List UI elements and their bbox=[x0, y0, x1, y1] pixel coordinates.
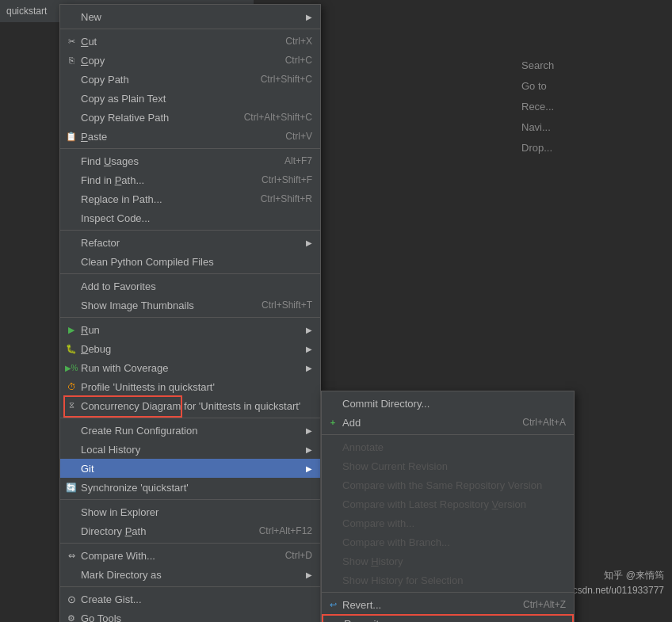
menu-item-create-run[interactable]: Create Run Configuration ▶ bbox=[60, 421, 320, 440]
git-menu-show-history: Show History bbox=[322, 551, 574, 570]
git-menu-compare-with: Compare with... bbox=[322, 513, 574, 532]
git-menu-revert[interactable]: ↩ Revert... Ctrl+Alt+Z bbox=[322, 595, 574, 614]
compare-same-label: Compare with the Same Repository Version bbox=[342, 479, 542, 491]
git-menu-show-history-sel: Show History for Selection bbox=[322, 570, 574, 590]
menu-item-local-history[interactable]: Local History ▶ bbox=[60, 440, 320, 459]
debug-arrow: ▶ bbox=[306, 345, 312, 353]
git-menu-compare-branch: Compare with Branch... bbox=[322, 532, 574, 551]
dir-path-label: Directory Path bbox=[81, 525, 146, 537]
right-panel-drop: Drop... bbox=[521, 138, 664, 158]
menu-item-copy-path[interactable]: Copy Path Ctrl+Shift+C bbox=[60, 70, 320, 89]
add-label: Add bbox=[342, 417, 361, 429]
menu-item-paste[interactable]: 📋 Paste Ctrl+V bbox=[60, 127, 320, 146]
git-menu-add[interactable]: + Add Ctrl+Alt+A bbox=[322, 413, 574, 432]
go-tools-icon: ⚙ bbox=[65, 612, 78, 622]
git-arrow: ▶ bbox=[306, 464, 312, 473]
menu-item-show-explorer[interactable]: Show in Explorer bbox=[60, 502, 320, 521]
git-menu-repository[interactable]: Repository bbox=[322, 614, 574, 622]
menu-item-profile[interactable]: ⏱ Profile 'Unittests in quickstart' bbox=[60, 377, 320, 396]
separator-5 bbox=[60, 317, 320, 318]
menu-item-cut[interactable]: ✂ Cut Ctrl+X bbox=[60, 32, 320, 51]
menu-item-find-usages[interactable]: Find Usages Alt+F7 bbox=[60, 151, 320, 170]
menu-item-inspect[interactable]: Inspect Code... bbox=[60, 208, 320, 227]
compare-branch-label: Compare with Branch... bbox=[342, 536, 450, 548]
new-label: New bbox=[81, 11, 101, 23]
new-arrow: ▶ bbox=[306, 13, 312, 21]
run-label: Run bbox=[81, 324, 100, 336]
paste-shortcut: Ctrl+V bbox=[269, 131, 312, 142]
show-thumbnails-shortcut: Ctrl+Shift+T bbox=[246, 300, 312, 311]
copy-icon: ⎘ bbox=[65, 54, 78, 67]
right-panel-recent: Rece... bbox=[521, 97, 664, 117]
menu-item-replace-path[interactable]: Replace in Path... Ctrl+Shift+R bbox=[60, 189, 320, 208]
annotate-label: Annotate bbox=[342, 441, 384, 453]
menu-item-concurrency[interactable]: ⧖ Concurrency Diagram for 'Unittests in … bbox=[60, 396, 320, 415]
menu-item-show-thumbnails[interactable]: Show Image Thumbnails Ctrl+Shift+T bbox=[60, 296, 320, 315]
run-coverage-arrow: ▶ bbox=[306, 364, 312, 372]
menu-item-new[interactable]: New ▶ bbox=[60, 7, 320, 26]
sync-label: Synchronize 'quickstart' bbox=[81, 482, 189, 494]
debug-icon: 🐛 bbox=[65, 342, 78, 355]
menu-item-debug[interactable]: 🐛 Debug ▶ bbox=[60, 339, 320, 358]
right-panel: Search Go to Rece... Navi... Drop... bbox=[514, 48, 672, 166]
menu-item-refactor[interactable]: Refactor ▶ bbox=[60, 233, 320, 252]
menu-item-run-coverage[interactable]: ▶% Run with Coverage ▶ bbox=[60, 358, 320, 377]
menu-item-run[interactable]: ▶ Run ▶ bbox=[60, 320, 320, 339]
menu-item-git[interactable]: Git ▶ bbox=[60, 459, 320, 478]
menu-item-copy-plain[interactable]: Copy as Plain Text bbox=[60, 89, 320, 108]
git-label: Git bbox=[81, 463, 94, 475]
inspect-label: Inspect Code... bbox=[81, 212, 150, 224]
separator-6 bbox=[60, 418, 320, 418]
find-usages-label: Find Usages bbox=[81, 155, 139, 167]
create-run-arrow: ▶ bbox=[306, 426, 312, 435]
go-tools-label: Go Tools bbox=[81, 612, 121, 623]
menu-item-copy[interactable]: ⎘ Copy Ctrl+C bbox=[60, 51, 320, 70]
compare-latest-label: Compare with Latest Repository Version bbox=[342, 498, 526, 510]
menu-item-clean-python[interactable]: Clean Python Compiled Files bbox=[60, 252, 320, 271]
git-menu-show-revision: Show Current Revision bbox=[322, 456, 574, 475]
create-gist-label: Create Gist... bbox=[81, 593, 142, 605]
run-icon: ▶ bbox=[65, 323, 78, 336]
menu-item-go-tools[interactable]: ⚙ Go Tools bbox=[60, 609, 320, 622]
cut-shortcut: Ctrl+X bbox=[269, 36, 312, 47]
menu-item-copy-relative[interactable]: Copy Relative Path Ctrl+Alt+Shift+C bbox=[60, 108, 320, 127]
repository-label: Repository bbox=[344, 618, 393, 623]
show-explorer-label: Show in Explorer bbox=[81, 506, 158, 518]
copy-relative-shortcut: Ctrl+Alt+Shift+C bbox=[228, 112, 312, 123]
add-shortcut: Ctrl+Alt+A bbox=[506, 417, 566, 428]
refactor-label: Refactor bbox=[81, 237, 120, 249]
separator-4 bbox=[60, 273, 320, 274]
right-panel-goto: Go to bbox=[521, 76, 664, 97]
cut-label: Cut bbox=[81, 36, 97, 48]
menu-item-compare-with[interactable]: ⇔ Compare With... Ctrl+D bbox=[60, 546, 320, 565]
right-panel-navi: Navi... bbox=[521, 117, 664, 138]
separator-1 bbox=[60, 29, 320, 29]
git-menu-annotate: Annotate bbox=[322, 437, 574, 456]
separator-8 bbox=[60, 543, 320, 544]
menu-item-mark-dir[interactable]: Mark Directory as ▶ bbox=[60, 565, 320, 584]
cut-icon: ✂ bbox=[65, 35, 78, 48]
main-context-menu: New ▶ ✂ Cut Ctrl+X ⎘ Copy Ctrl+C Copy Pa… bbox=[59, 4, 321, 622]
compare-icon: ⇔ bbox=[65, 549, 78, 562]
run-coverage-label: Run with Coverage bbox=[81, 362, 169, 374]
add-icon: + bbox=[326, 416, 339, 429]
git-menu-compare-same: Compare with the Same Repository Version bbox=[322, 475, 574, 494]
paste-label: Paste bbox=[81, 131, 107, 143]
menu-item-add-favorites[interactable]: Add to Favorites bbox=[60, 277, 320, 296]
run-arrow: ▶ bbox=[306, 326, 312, 334]
menu-item-create-gist[interactable]: ⊙ Create Gist... bbox=[60, 590, 320, 609]
show-history-label: Show History bbox=[342, 555, 403, 567]
menu-item-dir-path[interactable]: Directory Path Ctrl+Alt+F12 bbox=[60, 521, 320, 540]
sidebar-title: quickstart bbox=[6, 6, 47, 17]
local-history-label: Local History bbox=[81, 444, 140, 456]
separator-7 bbox=[60, 499, 320, 500]
clean-python-label: Clean Python Compiled Files bbox=[81, 256, 214, 268]
profile-label: Profile 'Unittests in quickstart' bbox=[81, 381, 215, 393]
git-menu-commit-dir[interactable]: Commit Directory... bbox=[322, 394, 574, 413]
concurrency-icon: ⧖ bbox=[65, 399, 78, 412]
menu-item-sync[interactable]: 🔄 Synchronize 'quickstart' bbox=[60, 478, 320, 497]
revert-label: Revert... bbox=[342, 599, 381, 611]
copy-path-label: Copy Path bbox=[81, 74, 129, 86]
menu-item-find-path[interactable]: Find in Path... Ctrl+Shift+F bbox=[60, 170, 320, 189]
git-menu-compare-latest: Compare with Latest Repository Version bbox=[322, 494, 574, 513]
